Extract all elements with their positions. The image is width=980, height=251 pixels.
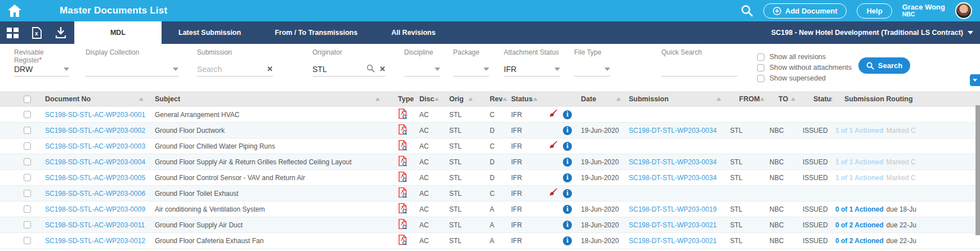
pdf-preview-icon[interactable]	[398, 218, 407, 231]
sort-icon[interactable]	[533, 97, 538, 101]
submission-link[interactable]: SC198-DT-STL-WP203-0034	[629, 174, 717, 182]
search-button[interactable]: Search	[858, 57, 910, 74]
revisable-register-select[interactable]: DRW	[14, 62, 69, 77]
pdf-preview-icon[interactable]	[398, 140, 407, 153]
search-icon[interactable]	[741, 5, 753, 17]
col-submission[interactable]: Submission	[629, 95, 669, 103]
home-icon[interactable]	[8, 5, 21, 17]
document-no-link[interactable]: SC198-SD-STL-AC-WP203-0009	[45, 205, 145, 213]
document-no-link[interactable]: SC198-SD-STL-AC-WP203-0003	[45, 142, 145, 150]
col-disc[interactable]: Disc	[419, 95, 434, 103]
row-checkbox[interactable]	[24, 158, 31, 165]
tab-latest-submission[interactable]: Latest Submission	[162, 21, 258, 44]
document-no-link[interactable]: SC198-SD-STL-AC-WP203-0012	[45, 237, 145, 245]
pdf-preview-icon[interactable]	[398, 155, 407, 168]
show-superseded-checkbox[interactable]	[757, 75, 764, 82]
info-icon[interactable]: i	[563, 236, 572, 245]
discipline-select[interactable]	[404, 62, 440, 77]
row-checkbox[interactable]	[24, 142, 31, 150]
row-checkbox[interactable]	[24, 205, 31, 213]
file-type-select[interactable]	[574, 62, 610, 77]
submission-link[interactable]: SC198-DT-STL-WP203-0034	[629, 127, 717, 135]
pdf-preview-icon[interactable]	[398, 171, 407, 184]
sort-icon[interactable]	[717, 97, 721, 101]
sort-icon[interactable]	[435, 97, 439, 101]
menu-icon[interactable]	[29, 5, 48, 16]
excel-export-icon[interactable]: x	[32, 27, 42, 39]
row-checkbox[interactable]	[24, 190, 31, 197]
info-icon[interactable]: i	[563, 126, 572, 135]
info-icon[interactable]: i	[563, 221, 572, 230]
document-no-link[interactable]: SC198-SD-STL-AC-WP203-0001	[45, 111, 145, 119]
col-orig[interactable]: Orig	[449, 95, 464, 103]
pdf-preview-icon[interactable]	[398, 203, 407, 216]
submission-link[interactable]: SC198-DT-STL-WP203-0034	[629, 158, 717, 166]
submission-link[interactable]: SC198-DT-STL-WP203-0021	[629, 221, 717, 229]
pdf-preview-icon[interactable]	[398, 108, 407, 121]
row-checkbox[interactable]	[24, 221, 31, 228]
show-without-attachments-checkbox[interactable]	[757, 64, 764, 71]
routing-actioned-link[interactable]: 0 of 2 Actioned	[835, 221, 884, 229]
col-status[interactable]: Status	[511, 95, 532, 103]
info-icon[interactable]: i	[563, 205, 572, 214]
display-collection-select[interactable]	[86, 62, 178, 77]
col-date[interactable]: Date	[581, 95, 596, 103]
tab-all-revisions[interactable]: All Revisions	[374, 21, 453, 44]
sort-icon[interactable]	[375, 97, 380, 101]
col-from[interactable]: FROM	[739, 95, 760, 103]
attachment-status-select[interactable]: IFR	[504, 62, 560, 77]
document-no-link[interactable]: SC198-SD-STL-AC-WP203-0011	[45, 221, 145, 229]
col-subject[interactable]: Subject	[155, 95, 180, 103]
document-no-link[interactable]: SC198-SD-STL-AC-WP203-0004	[45, 158, 145, 166]
document-no-link[interactable]: SC198-SD-STL-AC-WP203-0002	[45, 127, 145, 135]
tab-mdl[interactable]: MDL	[74, 21, 162, 44]
expand-panel-button[interactable]	[970, 74, 980, 86]
pdf-preview-icon[interactable]	[398, 187, 407, 200]
routing-actioned-link[interactable]: 0 of 2 Actioned	[835, 237, 884, 245]
quick-search-input[interactable]	[661, 62, 737, 77]
info-icon[interactable]: i	[563, 189, 572, 198]
clear-icon[interactable]: ✕	[267, 65, 273, 73]
col-rev[interactable]: Rev	[490, 95, 503, 103]
submission-link[interactable]: SC198-DT-STL-WP203-0019	[629, 205, 717, 213]
info-icon[interactable]: i	[563, 173, 572, 182]
pdf-preview-icon[interactable]	[398, 234, 407, 247]
grid-view-icon[interactable]	[7, 28, 19, 38]
document-no-link[interactable]: SC198-SD-STL-AC-WP203-0005	[45, 174, 145, 182]
pdf-preview-icon[interactable]	[398, 124, 407, 137]
routing-actioned-link[interactable]: 1 of 1 Actioned	[835, 127, 884, 135]
markup-brush-icon[interactable]	[549, 141, 558, 151]
lookup-search-icon[interactable]	[366, 64, 375, 74]
row-checkbox[interactable]	[24, 127, 31, 134]
col-to[interactable]: TO	[778, 95, 788, 103]
routing-actioned-link[interactable]: 1 of 1 Actioned	[835, 174, 884, 182]
tab-from-to-transmissions[interactable]: From / To Transmissions	[258, 21, 374, 44]
markup-brush-icon[interactable]	[549, 109, 558, 120]
sort-icon[interactable]	[139, 97, 144, 101]
col-document-no[interactable]: Document No	[45, 95, 91, 103]
sort-icon[interactable]	[760, 97, 764, 101]
info-icon[interactable]: i	[563, 142, 572, 151]
download-icon[interactable]	[55, 27, 66, 38]
originator-input[interactable]: STL ✕	[312, 62, 386, 77]
sort-icon[interactable]	[791, 97, 795, 101]
clear-icon[interactable]: ✕	[379, 65, 386, 73]
package-select[interactable]	[453, 62, 489, 77]
row-checkbox[interactable]	[24, 237, 31, 244]
avatar[interactable]	[955, 2, 972, 19]
info-icon[interactable]: i	[563, 110, 572, 119]
sort-icon[interactable]	[468, 97, 473, 101]
row-checkbox[interactable]	[24, 111, 31, 118]
markup-brush-icon[interactable]	[549, 188, 558, 199]
show-all-revisions-checkbox[interactable]	[757, 53, 764, 61]
vertical-scrollbar[interactable]	[975, 105, 980, 235]
col-status-2[interactable]: Status	[813, 95, 832, 103]
help-button[interactable]: Help	[857, 3, 892, 19]
document-no-link[interactable]: SC198-SD-STL-AC-WP203-0006	[45, 190, 145, 198]
submission-link[interactable]: SC198-DT-STL-WP203-0021	[629, 237, 717, 245]
info-icon[interactable]: i	[563, 158, 572, 167]
row-checkbox[interactable]	[24, 174, 31, 181]
routing-actioned-link[interactable]: 0 of 1 Actioned	[835, 205, 884, 213]
select-all-checkbox[interactable]	[24, 96, 31, 103]
submission-search-input[interactable]: Search ✕	[197, 62, 273, 77]
